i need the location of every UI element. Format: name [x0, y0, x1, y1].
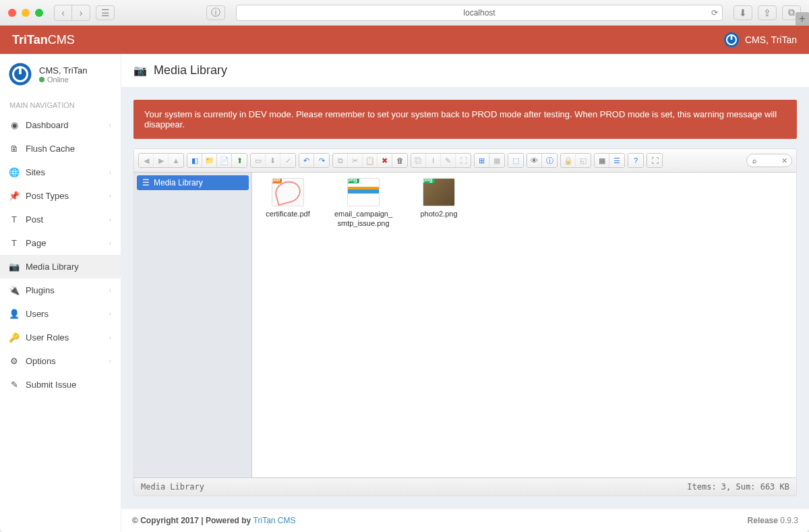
nav-icon: T — [9, 214, 19, 225]
fm-back-button[interactable]: ◀ — [139, 154, 154, 167]
fm-empty-button[interactable]: 🗑 — [392, 154, 407, 167]
fm-paste-button[interactable]: 📋 — [363, 154, 378, 167]
back-icon[interactable]: ‹ — [55, 5, 72, 20]
footer-link[interactable]: TriTan CMS — [253, 516, 296, 525]
drive-icon: ☰ — [142, 178, 150, 187]
fm-download-button[interactable]: ⬇ — [266, 154, 280, 167]
filetype-badge: png — [347, 178, 359, 183]
new-tab-button[interactable]: + — [796, 12, 809, 26]
url-bar[interactable]: localhost ⟳ — [236, 5, 723, 21]
chevron-left-icon: ‹ — [109, 192, 111, 200]
sidebar-item-plugins[interactable]: 🔌Plugins‹ — [0, 278, 121, 302]
fm-forward-button[interactable]: ▶ — [154, 154, 169, 167]
fm-statusbar: Media Library Items: 3, Sum: 663 KB — [134, 477, 796, 496]
fm-open-button[interactable]: ▭ — [251, 154, 266, 167]
fm-fullscreen-button[interactable]: ⛶ — [647, 154, 662, 167]
sidebar-item-dashboard[interactable]: ◉Dashboard‹ — [0, 113, 121, 137]
fm-upload-button[interactable]: ⬆ — [232, 154, 247, 167]
user-name: CMS, TriTan — [39, 65, 88, 76]
fm-extract-button[interactable]: ⊞ — [475, 154, 489, 167]
window-zoom-icon[interactable] — [35, 9, 43, 17]
site-info-icon[interactable]: ⓘ — [206, 5, 225, 20]
file-item[interactable]: pngemail_campaign_smtp_issue.png — [333, 178, 394, 229]
nav-icon: 📷 — [9, 262, 19, 272]
fm-rename-button[interactable]: I — [426, 154, 441, 167]
nav-back-forward[interactable]: ‹ › — [54, 5, 90, 21]
forward-icon[interactable]: › — [72, 5, 90, 20]
sidebar-item-flush-cache[interactable]: 🗎Flush Cache — [0, 137, 121, 160]
tree-root[interactable]: ☰Media Library — [137, 175, 249, 190]
sidebar-item-users[interactable]: 👤Users‹ — [0, 302, 121, 326]
nav-header: MAIN NAVIGATION — [0, 94, 121, 113]
sidebar-item-page[interactable]: TPage‹ — [0, 231, 121, 255]
fm-hide-button[interactable]: ◱ — [576, 154, 591, 167]
fm-edit-button[interactable]: ✎ — [441, 154, 456, 167]
fm-toolbar: ◀▶▲ ◧📁📄⬆ ▭⬇✓ ↶↷ ⧉✂📋✖🗑 ⿻I✎⛶ ⊞▦ ⬚ 👁ⓘ 🔒◱ ▦☰ — [134, 149, 796, 173]
window-minimize-icon[interactable] — [22, 9, 30, 17]
sidebar-item-user-roles[interactable]: 🔑User Roles‹ — [0, 326, 121, 349]
file-manager: ◀▶▲ ◧📁📄⬆ ▭⬇✓ ↶↷ ⧉✂📋✖🗑 ⿻I✎⛶ ⊞▦ ⬚ 👁ⓘ 🔒◱ ▦☰ — [133, 148, 797, 496]
nav-label: Sites — [26, 167, 45, 177]
file-name: photo2.png — [409, 209, 469, 218]
nav-label: Post — [26, 214, 43, 225]
fm-mkdir-button[interactable]: 📁 — [202, 154, 217, 167]
online-dot-icon — [39, 77, 44, 82]
sidebar-item-sites[interactable]: 🌐Sites‹ — [0, 160, 121, 184]
fm-file-grid[interactable]: pdfcertificate.pdfpngemail_campaign_smtp… — [252, 173, 796, 477]
sidebar-item-options[interactable]: ⚙Options‹ — [0, 349, 121, 373]
url-text: localhost — [463, 8, 495, 18]
nav-icon: ⚙ — [9, 356, 19, 366]
file-name: email_campaign_smtp_issue.png — [333, 209, 394, 229]
fm-resize-button[interactable]: ⛶ — [456, 154, 471, 167]
warning-alert: Your system is currently in DEV mode. Pl… — [133, 100, 797, 139]
nav-label: Flush Cache — [26, 144, 75, 154]
nav-icon: T — [9, 238, 19, 248]
fm-info-button[interactable]: ⓘ — [542, 154, 557, 167]
downloads-icon[interactable]: ⬇ — [733, 5, 752, 20]
fm-chmod-button[interactable]: 🔒 — [561, 154, 576, 167]
fm-copy-button[interactable]: ⧉ — [333, 154, 348, 167]
nav-icon: 🔑 — [9, 332, 19, 343]
fm-up-button[interactable]: ▲ — [169, 154, 183, 167]
fm-netmount-button[interactable]: ◧ — [187, 154, 202, 167]
file-item[interactable]: pngphoto2.png — [409, 178, 469, 218]
fm-view-list-button[interactable]: ☰ — [609, 154, 624, 167]
sidebar-item-submit-issue[interactable]: ✎Submit Issue — [0, 373, 121, 396]
fm-duplicate-button[interactable]: ⿻ — [411, 154, 426, 167]
fm-rm-button[interactable]: ✖ — [378, 154, 392, 167]
chevron-left-icon: ‹ — [109, 121, 111, 129]
fm-undo-button[interactable]: ↶ — [299, 154, 314, 167]
sidebar-toggle-icon[interactable]: ☰ — [96, 5, 115, 20]
status-path: Media Library — [141, 482, 204, 492]
fm-help-button[interactable]: ? — [628, 154, 643, 167]
chevron-left-icon: ‹ — [109, 239, 111, 247]
nav-label: Options — [26, 356, 56, 366]
fm-getfile-button[interactable]: ✓ — [280, 154, 295, 167]
fm-cut-button[interactable]: ✂ — [348, 154, 363, 167]
filetype-badge: png — [423, 178, 435, 183]
window-close-icon[interactable] — [8, 9, 16, 17]
nav-label: Submit Issue — [26, 380, 76, 390]
nav-icon: ✎ — [9, 380, 19, 390]
file-item[interactable]: pdfcertificate.pdf — [258, 178, 318, 218]
fm-search[interactable]: ⌕✕ — [746, 154, 792, 167]
nav-label: User Roles — [26, 332, 69, 343]
nav-label: Post Types — [26, 191, 69, 201]
reload-icon[interactable]: ⟳ — [711, 8, 718, 18]
fm-archive-button[interactable]: ▦ — [489, 154, 504, 167]
brand-logo[interactable]: TriTanCMS — [12, 33, 75, 47]
sidebar-item-media-library[interactable]: 📷Media Library — [0, 255, 121, 278]
nav-label: Dashboard — [26, 120, 69, 130]
header-user-menu[interactable]: CMS, TriTan — [723, 32, 797, 48]
share-icon[interactable]: ⇪ — [758, 5, 777, 20]
fm-selectall-button[interactable]: ⬚ — [508, 154, 523, 167]
fm-view-icons-button[interactable]: ▦ — [595, 154, 609, 167]
fm-redo-button[interactable]: ↷ — [314, 154, 329, 167]
nav-label: Users — [26, 309, 49, 319]
sidebar-item-post[interactable]: TPost‹ — [0, 208, 121, 231]
fm-mkfile-button[interactable]: 📄 — [217, 154, 232, 167]
fm-preview-button[interactable]: 👁 — [527, 154, 542, 167]
header-user-name: CMS, TriTan — [745, 34, 797, 45]
sidebar-item-post-types[interactable]: 📌Post Types‹ — [0, 184, 121, 208]
clear-search-icon[interactable]: ✕ — [781, 156, 787, 165]
